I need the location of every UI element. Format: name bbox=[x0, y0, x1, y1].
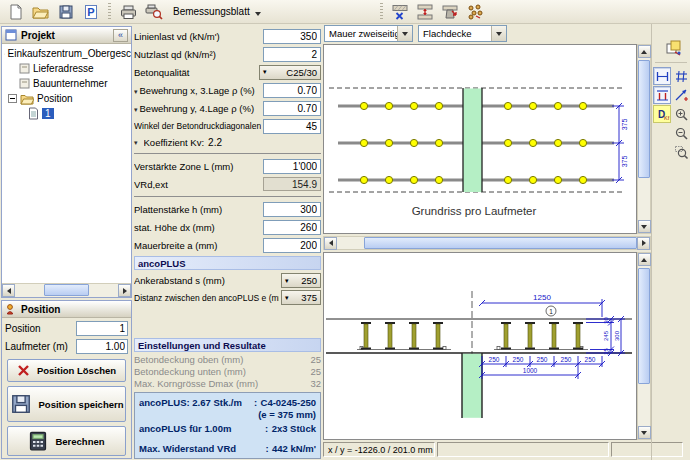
section-vertical-scrollbar[interactable] bbox=[637, 252, 651, 440]
scroll-thumb[interactable] bbox=[364, 237, 637, 249]
nutzlast-input[interactable] bbox=[263, 47, 321, 62]
scroll-right-button[interactable] bbox=[118, 284, 131, 297]
linienlast-input[interactable] bbox=[263, 29, 321, 44]
plattenstaerke-label: Plattenstärke h (mm) bbox=[134, 204, 261, 215]
ancoplus-section-header[interactable]: ancoPLUS bbox=[134, 256, 321, 270]
tree-root-label: Einkaufszentrum_Obergesc bbox=[8, 48, 131, 59]
colon: : bbox=[251, 397, 261, 408]
nutzlast-row: Nutzlast qd (kN/m²) bbox=[134, 45, 321, 63]
snap-dimension-button[interactable] bbox=[672, 86, 690, 104]
save-button[interactable] bbox=[53, 1, 78, 23]
scroll-track[interactable] bbox=[638, 266, 651, 426]
form-item-icon bbox=[19, 78, 30, 89]
deckung-oben-label: Betondeckung oben (mm) bbox=[134, 354, 243, 366]
zoom-window-button[interactable] bbox=[672, 143, 690, 161]
stueck-result-label: ancoPLUS für 1.00m bbox=[139, 423, 262, 434]
print-button[interactable] bbox=[116, 1, 141, 23]
bewehrung-y-input[interactable] bbox=[263, 101, 321, 116]
tree-item-lieferadresse[interactable]: Lieferadresse bbox=[2, 61, 131, 76]
wall-type-dropdown[interactable]: Mauer zweiseitig bbox=[324, 25, 413, 42]
tree-item-bauunternehmer[interactable]: Bauunternehmer bbox=[2, 76, 131, 91]
scroll-thumb[interactable] bbox=[638, 60, 650, 178]
dropdown-button[interactable] bbox=[491, 26, 506, 41]
scroll-left-button[interactable] bbox=[324, 237, 337, 250]
parameter-form: Linienlast vd (kN/m') Nutzlast qd (kN/m²… bbox=[134, 27, 321, 306]
verstaerkte-zone-input[interactable] bbox=[263, 159, 321, 174]
results-section-header[interactable]: Einstellungen und Resultate bbox=[134, 338, 321, 352]
plan-view-canvas[interactable]: 375 375 Grundriss pro Laufmeter bbox=[323, 44, 637, 234]
scroll-thumb[interactable] bbox=[638, 268, 650, 384]
betonqualitaet-dropdown[interactable]: ▾ C25/30 bbox=[259, 65, 321, 80]
mode-anchor-layout-button[interactable] bbox=[463, 1, 488, 23]
stat-hoehe-input[interactable] bbox=[263, 220, 321, 235]
save-floppy-icon bbox=[10, 393, 32, 415]
delete-position-button[interactable]: Position Löschen bbox=[7, 359, 126, 382]
slab-type-dropdown[interactable]: Flachdecke bbox=[418, 25, 507, 42]
bewehrung-y-label[interactable]: ▾Bewehrung y, 4.Lage ρ (%) bbox=[134, 103, 261, 114]
new-document-button[interactable] bbox=[3, 1, 28, 23]
bewehrung-x-label[interactable]: ▾Bewehrung x, 3.Lage ρ (%) bbox=[134, 85, 261, 96]
tree-item-position-1[interactable]: 1 bbox=[2, 106, 131, 121]
mauerbreite-input[interactable] bbox=[263, 238, 321, 253]
anchor-dimension-icon bbox=[655, 88, 670, 103]
scroll-thumb[interactable] bbox=[44, 284, 89, 296]
colon: : bbox=[262, 423, 272, 434]
anchor-dimension-button[interactable] bbox=[653, 86, 671, 104]
copy-drawing-button[interactable] bbox=[663, 37, 683, 57]
mode-slab-without-shear-button[interactable] bbox=[388, 1, 413, 23]
scroll-up-button[interactable] bbox=[638, 253, 651, 266]
betonqualitaet-row: Betonqualität ▾ C25/30 bbox=[134, 63, 321, 81]
print-preview-button[interactable] bbox=[141, 1, 166, 23]
mode-punching-button[interactable] bbox=[438, 1, 463, 23]
zoom-in-button[interactable] bbox=[672, 105, 690, 123]
save-floppy-icon bbox=[58, 4, 74, 20]
tree-collapse-box-icon[interactable] bbox=[8, 94, 17, 103]
distanz-dropdown[interactable]: ▾ 375 bbox=[281, 290, 321, 305]
dim-anchor-height: 245 bbox=[603, 330, 609, 341]
plattenstaerke-input[interactable] bbox=[263, 202, 321, 217]
ankerabstand-dropdown[interactable]: ▾ 250 bbox=[281, 273, 321, 288]
open-project-button[interactable] bbox=[28, 1, 53, 23]
scroll-track[interactable] bbox=[638, 58, 651, 220]
bewehrung-x-input[interactable] bbox=[263, 83, 321, 98]
dkf-display-button[interactable]: D Kf bbox=[653, 105, 671, 123]
grid-toggle-button[interactable] bbox=[672, 67, 690, 85]
deckung-unten-value: 25 bbox=[310, 366, 321, 378]
korngroesse-value: 32 bbox=[310, 378, 321, 390]
plan-vertical-scrollbar[interactable] bbox=[637, 44, 651, 234]
tree-item-project-root[interactable]: Einkaufszentrum_Obergesc bbox=[2, 46, 131, 61]
result-spacer bbox=[139, 435, 316, 442]
dim-cover-top: 30 bbox=[603, 317, 609, 324]
deckung-unten-label: Betondeckung unten (mm) bbox=[134, 366, 246, 378]
dimension-horizontal-button[interactable] bbox=[653, 67, 671, 85]
tree-horizontal-scrollbar[interactable] bbox=[2, 283, 131, 297]
koeffizient-row[interactable]: ▾ Koeffizient Kv: 2.2 bbox=[134, 135, 321, 150]
zoom-out-button[interactable] bbox=[672, 124, 690, 142]
page-setup-button[interactable]: P bbox=[78, 1, 103, 23]
scroll-left-button[interactable] bbox=[2, 284, 15, 297]
scroll-down-button[interactable] bbox=[638, 426, 651, 439]
calculate-button[interactable]: Berechnen bbox=[7, 426, 126, 456]
wall-type-value: Mauer zweiseitig bbox=[325, 26, 397, 41]
scroll-down-button[interactable] bbox=[638, 220, 651, 233]
scroll-right-button[interactable] bbox=[637, 237, 650, 250]
new-document-icon bbox=[8, 4, 24, 20]
tree-item-position-folder[interactable]: Position bbox=[2, 91, 131, 106]
position-number-input[interactable] bbox=[76, 321, 128, 336]
laufmeter-row: Laufmeter (m) bbox=[5, 339, 128, 354]
section-view-canvas[interactable]: 1250 1 250 250 250 250 250 1000 30 245 2… bbox=[323, 252, 637, 440]
winkel-input[interactable] bbox=[263, 119, 321, 134]
collapse-panel-button[interactable]: « bbox=[113, 29, 128, 42]
laufmeter-input[interactable] bbox=[76, 339, 128, 354]
scroll-track[interactable] bbox=[15, 284, 118, 297]
nutzlast-label: Nutzlast qd (kN/m²) bbox=[134, 49, 261, 60]
bemessungsblatt-dropdown[interactable]: Bemessungsblatt bbox=[166, 4, 268, 19]
distanz-value: 375 bbox=[301, 292, 317, 303]
scroll-track[interactable] bbox=[337, 237, 637, 250]
save-position-button[interactable]: Position speichern bbox=[7, 386, 126, 422]
viewer-horizontal-scrollbar[interactable] bbox=[323, 236, 651, 250]
dropdown-button[interactable] bbox=[397, 26, 412, 41]
mode-slab-thickness-button[interactable] bbox=[413, 1, 438, 23]
project-panel: Projekt « Einkaufszentrum_Obergesc Liefe… bbox=[1, 26, 132, 298]
scroll-up-button[interactable] bbox=[638, 45, 651, 58]
